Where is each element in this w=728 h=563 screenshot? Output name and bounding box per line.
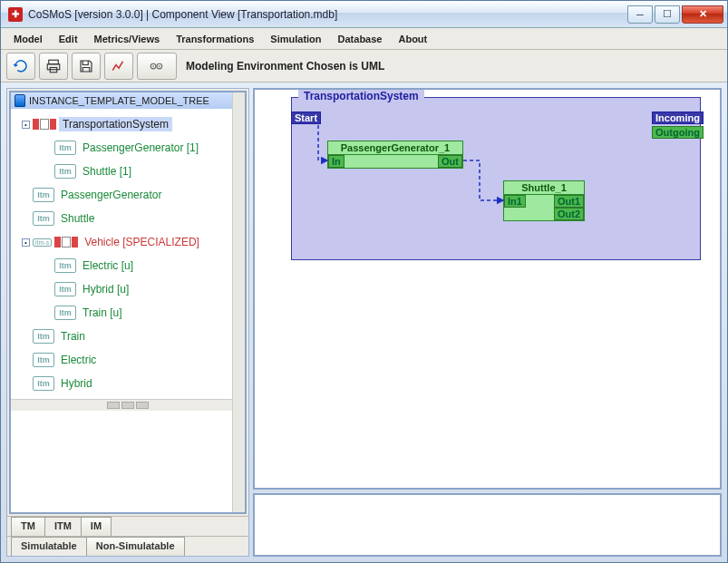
system-box[interactable] (291, 97, 701, 260)
tree-root[interactable]: INSTANCE_TEMPLATE_MODEL_TREE (11, 92, 245, 109)
tree-item[interactable]: ItmPassengerGenerator [1] (16, 136, 245, 160)
tree-item[interactable]: ItmShuttle [1] (16, 160, 245, 183)
comp1-port-out[interactable]: Out (438, 155, 462, 168)
component-passenger-generator[interactable]: PassengerGenerator_1 In Out (327, 141, 463, 169)
tree-item-label: TransportationSystem (59, 117, 172, 131)
sim-tabs: Simulatable Non-Simulatable (7, 536, 248, 556)
comp2-port-in[interactable]: In1 (504, 195, 526, 208)
window: ✚ CoSMoS [version 3.0.0] | Component Vie… (0, 0, 728, 563)
tree-item-label: Electric (57, 353, 100, 367)
tree-item-label: PassengerGenerator [1] (79, 141, 202, 155)
tree-item[interactable]: ItmShuttle (16, 207, 245, 230)
component-shuttle[interactable]: Shuttle_1 In1 Out1 Out2 (503, 180, 585, 221)
component-icon (33, 119, 56, 130)
comp1-name: PassengerGenerator_1 (328, 141, 462, 155)
component-icon (54, 237, 78, 248)
svg-rect-1 (47, 63, 60, 69)
tree-item-label: Hybrid (57, 376, 96, 391)
tab-simulatable[interactable]: Simulatable (11, 537, 87, 556)
tree-scrollbar[interactable] (232, 92, 245, 512)
system-title: TransportationSystem (298, 90, 424, 104)
close-button[interactable]: ✕ (682, 5, 723, 24)
item-icon: Itm (54, 164, 76, 179)
tree-item-label: Hybrid [u] (79, 282, 132, 296)
comp2-port-out2[interactable]: Out2 (554, 208, 584, 220)
save-button[interactable] (72, 53, 101, 80)
tree-toggle[interactable]: • (22, 121, 30, 129)
minimize-button[interactable]: ─ (627, 5, 653, 24)
item-icon: Itm (33, 329, 54, 344)
port-incoming[interactable]: Incoming (652, 112, 704, 124)
tree-root-label: INSTANCE_TEMPLATE_MODEL_TREE (29, 95, 209, 106)
item-icon: Itm (33, 353, 54, 367)
svg-point-6 (159, 65, 160, 67)
itms-badge: itm-s (33, 238, 52, 247)
tab-itm[interactable]: ITM (44, 517, 82, 536)
window-title: CoSMoS [version 3.0.0] | Component View … (28, 8, 626, 21)
item-icon: Itm (54, 282, 76, 296)
comp2-name: Shuttle_1 (504, 181, 584, 195)
toolbar-status-label: Modeling Environment Chosen is UML (186, 60, 384, 73)
menu-simulation[interactable]: Simulation (263, 31, 328, 47)
port-start[interactable]: Start (291, 112, 321, 124)
tree-panel: INSTANCE_TEMPLATE_MODEL_TREE •Transporta… (6, 88, 249, 557)
item-icon: Itm (54, 306, 76, 320)
maximize-button[interactable]: ☐ (655, 5, 680, 24)
tree-item[interactable]: ItmPassengerGenerator (16, 183, 245, 207)
comp1-port-in[interactable]: In (328, 155, 345, 168)
comp2-port-out1[interactable]: Out1 (554, 195, 584, 208)
tree-item-label: Electric [u] (79, 258, 137, 273)
menu-about[interactable]: About (391, 31, 434, 47)
tree-item[interactable]: ItmTrain [u] (16, 301, 245, 325)
toolbar: Modeling Environment Chosen is UML (1, 50, 727, 83)
refresh-button[interactable] (6, 53, 35, 80)
tree-item-label: Vehicle [SPECIALIZED] (81, 235, 203, 249)
tree-item[interactable]: ItmElectric (16, 348, 245, 372)
tab-nonsimulatable[interactable]: Non-Simulatable (86, 537, 185, 556)
tree-item[interactable]: ItmTrain (16, 325, 245, 348)
app-icon: ✚ (8, 7, 23, 22)
item-icon: Itm (33, 211, 54, 226)
item-icon: Itm (33, 188, 54, 202)
svg-rect-0 (49, 60, 59, 64)
model-tabs: TM ITM IM (7, 516, 248, 536)
item-icon: Itm (54, 258, 76, 273)
titlebar: ✚ CoSMoS [version 3.0.0] | Component Vie… (1, 1, 727, 28)
menu-transformations[interactable]: Transformations (169, 31, 261, 47)
menu-model[interactable]: Model (6, 31, 50, 47)
bottom-panel (253, 493, 722, 557)
tree-item[interactable]: •itm-sVehicle [SPECIALIZED] (16, 230, 245, 254)
tree-item-label: Shuttle (57, 211, 98, 226)
print-button[interactable] (39, 53, 68, 80)
tree-item[interactable]: ItmElectric [u] (16, 254, 245, 277)
port-outgoing[interactable]: Outgoing (652, 126, 704, 139)
database-icon (15, 94, 25, 107)
item-icon: Itm (54, 141, 76, 155)
tree-item[interactable]: •TransportationSystem (16, 112, 245, 136)
svg-point-4 (152, 65, 154, 67)
item-icon: Itm (33, 376, 54, 391)
tree-toggle[interactable]: • (22, 238, 30, 247)
tree-item-label: Shuttle [1] (79, 164, 135, 179)
menubar: Model Edit Metrics/Views Transformations… (1, 28, 727, 50)
menu-edit[interactable]: Edit (52, 31, 85, 47)
tree-item-label: Train (57, 329, 89, 344)
menu-metrics[interactable]: Metrics/Views (87, 31, 168, 47)
tree-item[interactable]: ItmHybrid [u] (16, 277, 245, 301)
tree-item-label: PassengerGenerator (57, 188, 165, 202)
tab-im[interactable]: IM (81, 517, 112, 536)
tab-tm[interactable]: TM (11, 517, 45, 536)
chart-button[interactable] (104, 53, 133, 80)
menu-database[interactable]: Database (331, 31, 390, 47)
gears-button[interactable] (137, 53, 177, 80)
tree-item-label: Train [u] (79, 306, 126, 320)
tree-item[interactable]: ItmHybrid (16, 372, 245, 395)
diagram-canvas[interactable]: TransportationSystem Start Incoming Outg… (253, 88, 722, 490)
